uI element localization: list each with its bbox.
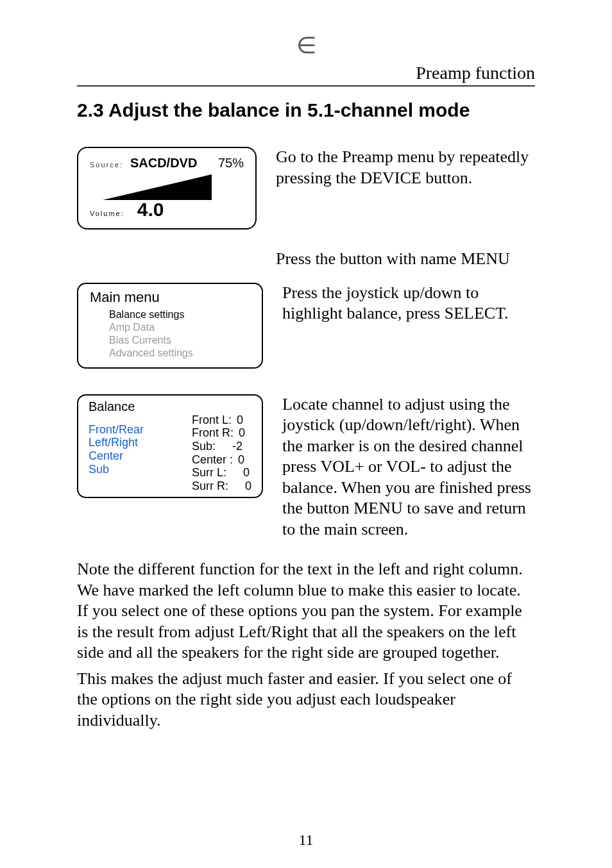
section-heading: 2.3 Adjust the balance in 5.1-channel mo… — [77, 99, 535, 121]
main-menu-screen: Main menu Balance settings Amp Data Bias… — [77, 283, 263, 369]
menu-item-bias-currents: Bias Currents — [109, 334, 250, 347]
note-para-2: This makes the adjust much faster and ea… — [77, 669, 535, 731]
instruction-para-2: Press the button with name MENU — [276, 249, 535, 270]
balance-opt-front-rear: Front/Rear — [89, 423, 179, 437]
balance-front-l: Front L:0 — [192, 413, 251, 427]
balance-front-r: Front R:0 — [192, 426, 251, 440]
balance-opt-left-right: Left/Right — [89, 436, 179, 449]
main-menu-title: Main menu — [90, 289, 250, 306]
menu-item-balance-settings: Balance settings — [109, 308, 250, 321]
lcd-preamp-screen: Source: SACD/DVD 75% Volume: 4.0 — [77, 147, 257, 230]
volume-triangle-icon — [103, 174, 244, 201]
lcd-source-label: Source: — [90, 161, 123, 169]
page-number: 11 — [0, 831, 612, 849]
lcd-volume-label: Volume: — [90, 210, 124, 217]
lcd-source-value: SACD/DVD — [130, 156, 197, 170]
lcd-percent: 75% — [218, 156, 244, 171]
menu-item-advanced-settings: Advanced settings — [109, 347, 250, 360]
svg-marker-0 — [103, 174, 212, 200]
instruction-para-1: Go to the Preamp menu by repeatedly pres… — [276, 147, 535, 230]
balance-sub: Sub: -2 — [192, 440, 251, 453]
top-glyph: ∈ — [77, 32, 535, 59]
balance-center: Center :0 — [192, 453, 251, 467]
balance-surr-r: Surr R: 0 — [192, 480, 251, 493]
balance-screen: Balance Front/Rear Left/Right Center Sub… — [77, 394, 263, 498]
note-para-1: Note the different function for the text… — [77, 559, 535, 664]
balance-title: Balance — [89, 399, 179, 414]
instruction-para-4: Locate channel to adjust using the joyst… — [282, 394, 535, 540]
page-header: Preamp function — [77, 63, 535, 87]
menu-item-amp-data: Amp Data — [109, 321, 250, 334]
lcd-volume-value: 4.0 — [137, 199, 164, 221]
balance-opt-sub: Sub — [89, 463, 179, 476]
balance-opt-center: Center — [89, 449, 179, 463]
balance-surr-l: Surr L: 0 — [192, 466, 251, 480]
instruction-para-3: Press the joystick up/down to highlight … — [282, 283, 535, 324]
